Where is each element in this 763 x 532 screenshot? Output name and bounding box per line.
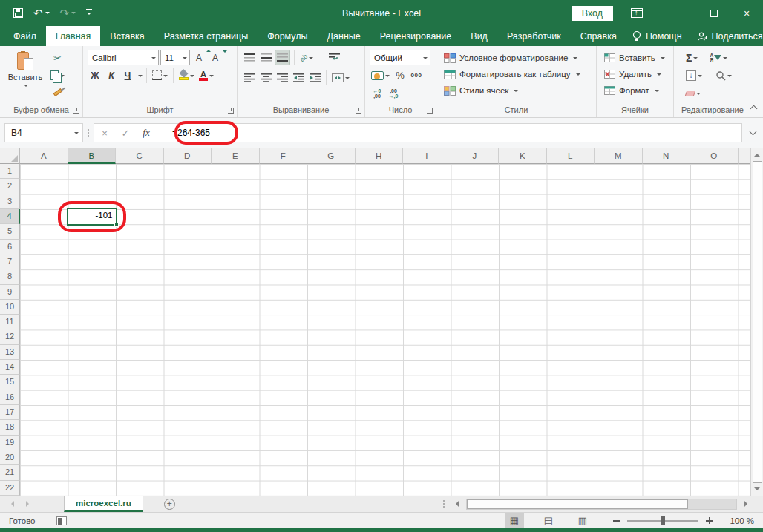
format-painter-button[interactable] bbox=[49, 85, 66, 100]
row-header-6[interactable]: 6 bbox=[0, 240, 20, 254]
clear-button[interactable] bbox=[684, 85, 702, 101]
tab-file[interactable]: Файл bbox=[0, 26, 46, 46]
row-header-14[interactable]: 14 bbox=[0, 360, 20, 375]
formula-input[interactable]: =264-365 bbox=[163, 128, 210, 138]
tab-data[interactable]: Данные bbox=[318, 26, 370, 46]
scroll-left-icon[interactable] bbox=[452, 499, 462, 509]
row-header-18[interactable]: 18 bbox=[0, 420, 20, 435]
ribbon-display-options-icon[interactable] bbox=[631, 8, 643, 18]
decrease-font-button[interactable]: А bbox=[208, 50, 223, 65]
insert-cells-button[interactable]: Вставить bbox=[604, 50, 670, 66]
tab-help[interactable]: Справка bbox=[571, 26, 626, 46]
align-right-button[interactable] bbox=[275, 70, 289, 85]
row-header-19[interactable]: 19 bbox=[0, 436, 20, 450]
orientation-button[interactable]: ab bbox=[298, 50, 315, 65]
align-top-button[interactable] bbox=[242, 50, 257, 65]
row-header-15[interactable]: 15 bbox=[0, 375, 20, 390]
decrease-decimal-button[interactable]: ,00→,0 bbox=[386, 85, 401, 101]
increase-font-button[interactable]: А bbox=[191, 50, 206, 65]
zoom-slider-thumb[interactable] bbox=[661, 516, 665, 525]
paste-button[interactable]: Вставить bbox=[4, 50, 46, 104]
zoom-out-icon[interactable] bbox=[613, 520, 620, 522]
font-color-button[interactable]: А bbox=[197, 68, 215, 83]
zoom-slider[interactable] bbox=[627, 520, 698, 522]
column-header-H[interactable]: H bbox=[356, 148, 404, 164]
redo-button[interactable]: ↷ bbox=[60, 8, 76, 19]
new-sheet-button[interactable]: + bbox=[164, 499, 175, 510]
row-header-12[interactable]: 12 bbox=[0, 329, 20, 344]
wrap-text-button[interactable] bbox=[327, 50, 341, 65]
column-header-A[interactable]: A bbox=[20, 148, 68, 164]
cancel-entry-button[interactable]: × bbox=[94, 128, 115, 139]
align-bottom-button[interactable] bbox=[275, 50, 290, 65]
comma-style-button[interactable]: 000 bbox=[409, 68, 424, 83]
format-cells-button[interactable]: Формат bbox=[604, 82, 670, 99]
row-header-13[interactable]: 13 bbox=[0, 345, 20, 360]
next-sheet-icon[interactable] bbox=[26, 501, 32, 507]
italic-button[interactable]: К bbox=[104, 68, 119, 83]
column-header-O[interactable]: O bbox=[690, 148, 739, 164]
column-header-I[interactable]: I bbox=[403, 148, 451, 164]
column-header-M[interactable]: M bbox=[595, 148, 643, 164]
row-header-8[interactable]: 8 bbox=[0, 269, 20, 284]
fill-color-button[interactable] bbox=[177, 68, 196, 83]
copy-button[interactable] bbox=[49, 68, 66, 83]
row-header-9[interactable]: 9 bbox=[0, 285, 20, 300]
delete-cells-button[interactable]: Удалить bbox=[604, 66, 670, 82]
close-button[interactable]: × bbox=[730, 0, 763, 26]
cell-styles-button[interactable]: Стили ячеек bbox=[444, 82, 593, 99]
accounting-format-button[interactable] bbox=[370, 68, 391, 83]
tab-page-layout[interactable]: Разметка страницы bbox=[154, 26, 258, 46]
row-header-11[interactable]: 11 bbox=[0, 315, 20, 329]
macro-record-icon[interactable] bbox=[56, 516, 67, 525]
clipboard-dialog-launcher-icon[interactable] bbox=[73, 108, 79, 114]
column-header-D[interactable]: D bbox=[164, 148, 212, 164]
align-middle-button[interactable] bbox=[258, 50, 273, 65]
cut-button[interactable]: ✂ bbox=[49, 50, 66, 66]
column-header-J[interactable]: J bbox=[451, 148, 500, 164]
align-center-button[interactable] bbox=[258, 70, 273, 85]
row-header-1[interactable]: 1 bbox=[0, 164, 20, 179]
column-header-B[interactable]: B bbox=[68, 148, 117, 164]
alignment-dialog-launcher-icon[interactable] bbox=[356, 108, 361, 114]
column-header-K[interactable]: K bbox=[499, 148, 547, 164]
decrease-indent-button[interactable] bbox=[291, 70, 306, 85]
tab-developer[interactable]: Разработчик bbox=[497, 26, 571, 46]
column-header-G[interactable]: G bbox=[307, 148, 356, 164]
assistant-button[interactable]: Помощн bbox=[626, 30, 688, 42]
undo-button[interactable]: ↶ bbox=[33, 8, 50, 19]
percent-style-button[interactable]: % bbox=[393, 68, 407, 83]
scroll-right-icon[interactable] bbox=[741, 499, 751, 509]
save-button[interactable] bbox=[13, 8, 23, 18]
confirm-entry-button[interactable]: ✓ bbox=[115, 128, 136, 139]
scroll-up-icon[interactable] bbox=[753, 150, 762, 160]
cells-area[interactable] bbox=[20, 164, 750, 496]
fill-handle[interactable] bbox=[114, 223, 119, 227]
page-layout-view-button[interactable]: ▤ bbox=[539, 513, 558, 528]
row-header-20[interactable]: 20 bbox=[0, 450, 20, 465]
borders-button[interactable] bbox=[151, 68, 169, 83]
formula-bar-splitter[interactable] bbox=[83, 129, 94, 137]
font-dialog-launcher-icon[interactable] bbox=[228, 108, 234, 114]
select-all-corner[interactable] bbox=[0, 148, 20, 164]
fill-button[interactable]: ↓ bbox=[684, 68, 704, 83]
sort-filter-button[interactable]: АЯ bbox=[708, 50, 729, 65]
row-header-21[interactable]: 21 bbox=[0, 465, 20, 480]
zoom-level[interactable]: 100 % bbox=[720, 516, 754, 525]
align-left-button[interactable] bbox=[242, 70, 257, 85]
conditional-formatting-button[interactable]: Условное форматирование bbox=[444, 50, 593, 66]
tab-formulas[interactable]: Формулы bbox=[258, 26, 317, 46]
row-header-16[interactable]: 16 bbox=[0, 390, 20, 405]
number-dialog-launcher-icon[interactable] bbox=[427, 108, 433, 114]
customize-qat-button[interactable] bbox=[86, 9, 92, 18]
column-header-E[interactable]: E bbox=[212, 148, 260, 164]
column-header-C[interactable]: C bbox=[116, 148, 164, 164]
tab-home[interactable]: Главная bbox=[46, 26, 101, 46]
row-header-7[interactable]: 7 bbox=[0, 254, 20, 269]
sign-in-button[interactable]: Вход bbox=[572, 6, 613, 21]
merge-center-button[interactable] bbox=[330, 70, 351, 85]
bold-button[interactable]: Ж bbox=[88, 68, 102, 83]
find-select-button[interactable] bbox=[714, 68, 733, 83]
row-header-3[interactable]: 3 bbox=[0, 194, 20, 209]
autosum-button[interactable]: Σ bbox=[684, 50, 699, 65]
